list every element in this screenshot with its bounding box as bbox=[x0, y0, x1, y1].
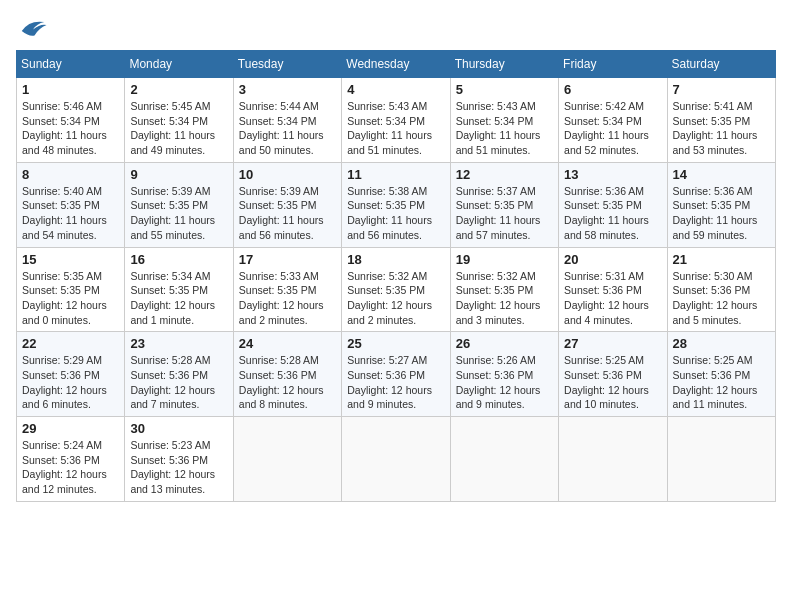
sunrise-text: Sunrise: 5:39 AM bbox=[130, 184, 227, 199]
empty-cell bbox=[233, 417, 341, 502]
sunset-text: Sunset: 5:34 PM bbox=[456, 114, 553, 129]
day-number: 18 bbox=[347, 252, 444, 267]
daylight-text: Daylight: 11 hours and 48 minutes. bbox=[22, 128, 119, 157]
sunset-text: Sunset: 5:36 PM bbox=[673, 368, 770, 383]
day-info: Sunrise: 5:40 AM Sunset: 5:35 PM Dayligh… bbox=[22, 184, 119, 243]
sunset-text: Sunset: 5:36 PM bbox=[22, 368, 119, 383]
day-info: Sunrise: 5:25 AM Sunset: 5:36 PM Dayligh… bbox=[564, 353, 661, 412]
day-info: Sunrise: 5:24 AM Sunset: 5:36 PM Dayligh… bbox=[22, 438, 119, 497]
sunrise-text: Sunrise: 5:36 AM bbox=[673, 184, 770, 199]
sunset-text: Sunset: 5:36 PM bbox=[130, 453, 227, 468]
day-number: 8 bbox=[22, 167, 119, 182]
day-info: Sunrise: 5:35 AM Sunset: 5:35 PM Dayligh… bbox=[22, 269, 119, 328]
sunset-text: Sunset: 5:36 PM bbox=[564, 368, 661, 383]
day-info: Sunrise: 5:36 AM Sunset: 5:35 PM Dayligh… bbox=[673, 184, 770, 243]
daylight-text: Daylight: 11 hours and 55 minutes. bbox=[130, 213, 227, 242]
sunset-text: Sunset: 5:34 PM bbox=[239, 114, 336, 129]
calendar-day-28: 28 Sunrise: 5:25 AM Sunset: 5:36 PM Dayl… bbox=[667, 332, 775, 417]
day-number: 13 bbox=[564, 167, 661, 182]
weekday-header-sunday: Sunday bbox=[17, 51, 125, 78]
sunset-text: Sunset: 5:35 PM bbox=[673, 198, 770, 213]
sunrise-text: Sunrise: 5:35 AM bbox=[22, 269, 119, 284]
weekday-header-tuesday: Tuesday bbox=[233, 51, 341, 78]
sunrise-text: Sunrise: 5:30 AM bbox=[673, 269, 770, 284]
day-number: 30 bbox=[130, 421, 227, 436]
sunrise-text: Sunrise: 5:37 AM bbox=[456, 184, 553, 199]
day-info: Sunrise: 5:44 AM Sunset: 5:34 PM Dayligh… bbox=[239, 99, 336, 158]
calendar-day-15: 15 Sunrise: 5:35 AM Sunset: 5:35 PM Dayl… bbox=[17, 247, 125, 332]
day-number: 23 bbox=[130, 336, 227, 351]
calendar-day-19: 19 Sunrise: 5:32 AM Sunset: 5:35 PM Dayl… bbox=[450, 247, 558, 332]
weekday-header-monday: Monday bbox=[125, 51, 233, 78]
daylight-text: Daylight: 11 hours and 57 minutes. bbox=[456, 213, 553, 242]
empty-cell bbox=[667, 417, 775, 502]
sunset-text: Sunset: 5:35 PM bbox=[130, 283, 227, 298]
sunrise-text: Sunrise: 5:32 AM bbox=[347, 269, 444, 284]
day-number: 7 bbox=[673, 82, 770, 97]
daylight-text: Daylight: 12 hours and 13 minutes. bbox=[130, 467, 227, 496]
sunrise-text: Sunrise: 5:36 AM bbox=[564, 184, 661, 199]
day-number: 25 bbox=[347, 336, 444, 351]
daylight-text: Daylight: 11 hours and 53 minutes. bbox=[673, 128, 770, 157]
calendar-day-16: 16 Sunrise: 5:34 AM Sunset: 5:35 PM Dayl… bbox=[125, 247, 233, 332]
day-info: Sunrise: 5:41 AM Sunset: 5:35 PM Dayligh… bbox=[673, 99, 770, 158]
sunset-text: Sunset: 5:36 PM bbox=[22, 453, 119, 468]
sunrise-text: Sunrise: 5:38 AM bbox=[347, 184, 444, 199]
day-number: 20 bbox=[564, 252, 661, 267]
sunrise-text: Sunrise: 5:33 AM bbox=[239, 269, 336, 284]
calendar-day-23: 23 Sunrise: 5:28 AM Sunset: 5:36 PM Dayl… bbox=[125, 332, 233, 417]
day-info: Sunrise: 5:29 AM Sunset: 5:36 PM Dayligh… bbox=[22, 353, 119, 412]
day-number: 21 bbox=[673, 252, 770, 267]
day-info: Sunrise: 5:31 AM Sunset: 5:36 PM Dayligh… bbox=[564, 269, 661, 328]
calendar-day-5: 5 Sunrise: 5:43 AM Sunset: 5:34 PM Dayli… bbox=[450, 78, 558, 163]
calendar-day-4: 4 Sunrise: 5:43 AM Sunset: 5:34 PM Dayli… bbox=[342, 78, 450, 163]
calendar-day-17: 17 Sunrise: 5:33 AM Sunset: 5:35 PM Dayl… bbox=[233, 247, 341, 332]
calendar-day-12: 12 Sunrise: 5:37 AM Sunset: 5:35 PM Dayl… bbox=[450, 162, 558, 247]
day-info: Sunrise: 5:43 AM Sunset: 5:34 PM Dayligh… bbox=[456, 99, 553, 158]
sunrise-text: Sunrise: 5:24 AM bbox=[22, 438, 119, 453]
daylight-text: Daylight: 11 hours and 54 minutes. bbox=[22, 213, 119, 242]
sunrise-text: Sunrise: 5:26 AM bbox=[456, 353, 553, 368]
sunset-text: Sunset: 5:36 PM bbox=[456, 368, 553, 383]
daylight-text: Daylight: 12 hours and 11 minutes. bbox=[673, 383, 770, 412]
calendar-week-5: 29 Sunrise: 5:24 AM Sunset: 5:36 PM Dayl… bbox=[17, 417, 776, 502]
sunset-text: Sunset: 5:35 PM bbox=[130, 198, 227, 213]
sunset-text: Sunset: 5:36 PM bbox=[673, 283, 770, 298]
sunset-text: Sunset: 5:34 PM bbox=[564, 114, 661, 129]
sunrise-text: Sunrise: 5:42 AM bbox=[564, 99, 661, 114]
calendar-day-8: 8 Sunrise: 5:40 AM Sunset: 5:35 PM Dayli… bbox=[17, 162, 125, 247]
day-info: Sunrise: 5:43 AM Sunset: 5:34 PM Dayligh… bbox=[347, 99, 444, 158]
daylight-text: Daylight: 12 hours and 7 minutes. bbox=[130, 383, 227, 412]
day-info: Sunrise: 5:23 AM Sunset: 5:36 PM Dayligh… bbox=[130, 438, 227, 497]
page-header bbox=[16, 16, 776, 40]
day-info: Sunrise: 5:26 AM Sunset: 5:36 PM Dayligh… bbox=[456, 353, 553, 412]
daylight-text: Daylight: 12 hours and 9 minutes. bbox=[347, 383, 444, 412]
day-info: Sunrise: 5:34 AM Sunset: 5:35 PM Dayligh… bbox=[130, 269, 227, 328]
sunset-text: Sunset: 5:36 PM bbox=[130, 368, 227, 383]
daylight-text: Daylight: 11 hours and 56 minutes. bbox=[239, 213, 336, 242]
daylight-text: Daylight: 12 hours and 6 minutes. bbox=[22, 383, 119, 412]
day-number: 27 bbox=[564, 336, 661, 351]
sunset-text: Sunset: 5:35 PM bbox=[673, 114, 770, 129]
day-number: 15 bbox=[22, 252, 119, 267]
calendar-day-29: 29 Sunrise: 5:24 AM Sunset: 5:36 PM Dayl… bbox=[17, 417, 125, 502]
daylight-text: Daylight: 12 hours and 2 minutes. bbox=[347, 298, 444, 327]
day-number: 24 bbox=[239, 336, 336, 351]
sunrise-text: Sunrise: 5:45 AM bbox=[130, 99, 227, 114]
daylight-text: Daylight: 11 hours and 59 minutes. bbox=[673, 213, 770, 242]
day-info: Sunrise: 5:27 AM Sunset: 5:36 PM Dayligh… bbox=[347, 353, 444, 412]
calendar-week-1: 1 Sunrise: 5:46 AM Sunset: 5:34 PM Dayli… bbox=[17, 78, 776, 163]
sunset-text: Sunset: 5:34 PM bbox=[22, 114, 119, 129]
sunrise-text: Sunrise: 5:27 AM bbox=[347, 353, 444, 368]
sunset-text: Sunset: 5:36 PM bbox=[239, 368, 336, 383]
day-info: Sunrise: 5:36 AM Sunset: 5:35 PM Dayligh… bbox=[564, 184, 661, 243]
day-number: 10 bbox=[239, 167, 336, 182]
day-number: 4 bbox=[347, 82, 444, 97]
day-info: Sunrise: 5:32 AM Sunset: 5:35 PM Dayligh… bbox=[456, 269, 553, 328]
sunset-text: Sunset: 5:35 PM bbox=[347, 283, 444, 298]
daylight-text: Daylight: 12 hours and 1 minute. bbox=[130, 298, 227, 327]
calendar-day-20: 20 Sunrise: 5:31 AM Sunset: 5:36 PM Dayl… bbox=[559, 247, 667, 332]
weekday-header-saturday: Saturday bbox=[667, 51, 775, 78]
empty-cell bbox=[450, 417, 558, 502]
calendar-day-18: 18 Sunrise: 5:32 AM Sunset: 5:35 PM Dayl… bbox=[342, 247, 450, 332]
